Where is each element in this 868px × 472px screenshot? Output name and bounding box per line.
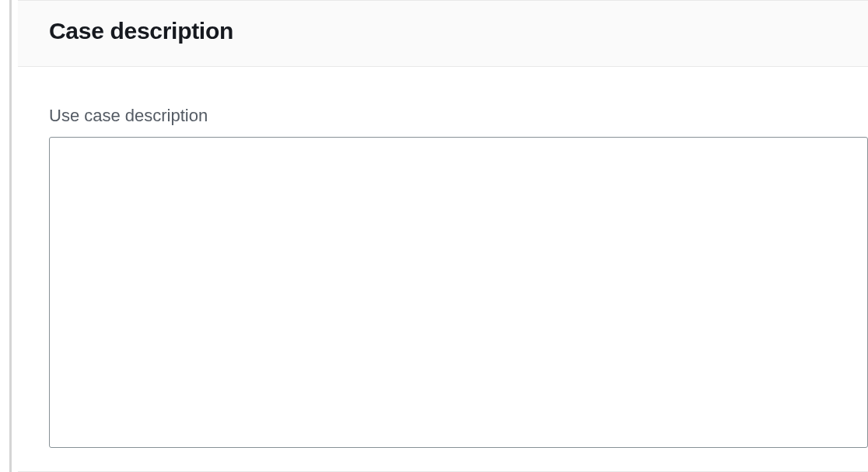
use-case-description-textarea[interactable] xyxy=(49,137,868,448)
panel-body: Use case description xyxy=(18,67,868,451)
use-case-description-label: Use case description xyxy=(49,106,868,126)
panel-header: Case description xyxy=(18,1,868,67)
panel-title: Case description xyxy=(49,18,837,44)
case-description-panel: Case description Use case description xyxy=(18,0,868,472)
form-panel-container: Case description Use case description xyxy=(9,0,868,472)
